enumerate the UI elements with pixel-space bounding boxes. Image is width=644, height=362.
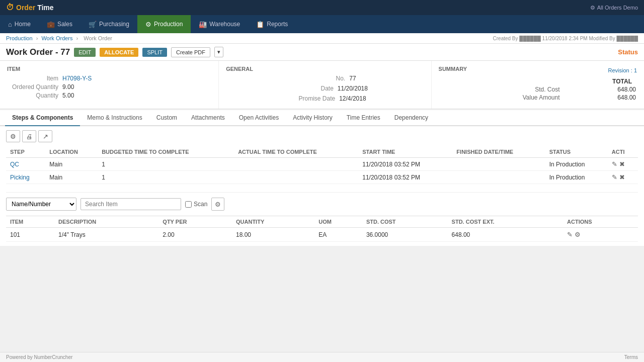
general-date-row: Date 11/20/2018 (282, 85, 368, 92)
nav-warehouse[interactable]: 🏭 Warehouse (191, 15, 248, 33)
comp-settings-icon[interactable]: ⚙ (575, 231, 581, 238)
search-input[interactable] (80, 198, 181, 210)
table-toolbar: ⚙ 🖨 ↗ (6, 130, 638, 142)
purchasing-icon: 🛒 (89, 21, 97, 28)
nav-production-label: Production (154, 21, 183, 28)
step-status: In Production (545, 171, 608, 184)
export-toolbar-button[interactable]: ↗ (38, 130, 52, 142)
cards-row: Item Item H7098-Y-S Ordered Quantity 9.0… (0, 61, 644, 109)
comp-col-description: DESCRIPTION (54, 216, 158, 228)
comp-col-std-cost: STD. COST (362, 216, 448, 228)
logo-order: Order (16, 4, 35, 12)
page-header: Work Order - 77 EDIT ALLOCATE SPLIT Crea… (0, 44, 644, 61)
nav-purchasing[interactable]: 🛒 Purchasing (80, 15, 137, 33)
comp-uom: EA (314, 228, 362, 242)
table-row: Picking Main 1 11/20/2018 03:52 PM In Pr… (6, 171, 638, 184)
tab-attachments[interactable]: Attachments (184, 110, 232, 126)
qty-value: 5.00 (62, 92, 74, 99)
split-button[interactable]: SPLIT (142, 48, 167, 57)
comp-item: 101 (6, 228, 54, 242)
summary-col-total: TOTAL (565, 78, 636, 85)
nav-reports[interactable]: 📋 Reports (248, 15, 296, 33)
scan-label: Scan (185, 201, 207, 208)
nav-home[interactable]: ⌂ Home (0, 15, 39, 33)
nav-home-label: Home (15, 21, 31, 28)
steps-col-actions: ACTI (608, 146, 638, 158)
steps-col-actual: ACTUAL TIME TO COMPLETE (234, 146, 358, 158)
comp-std-cost-ext: 648.00 (448, 228, 563, 242)
comp-description: 1/4" Trays (54, 228, 158, 242)
revision-link[interactable]: Revision : 1 (608, 67, 637, 73)
step-actual (234, 158, 358, 171)
summary-row: Std. Cost648.00 (440, 86, 636, 93)
revision-value: 1 (634, 67, 637, 73)
content-area: ⚙ 🖨 ↗ STEP LOCATION BUDGETED TIME TO COM… (0, 126, 644, 246)
tab-open-activities[interactable]: Open Activities (232, 110, 286, 126)
nav-production[interactable]: ⚙ Production (137, 15, 191, 33)
tab-activity-history[interactable]: Activity History (286, 110, 340, 126)
nav-purchasing-label: Purchasing (99, 21, 129, 28)
search-bar: Name/Number Scan ⚙ (6, 192, 638, 211)
scan-checkbox[interactable] (185, 201, 192, 208)
steps-col-step: STEP (6, 146, 45, 158)
breadcrumb-production[interactable]: Production (6, 35, 33, 41)
component-settings-button[interactable]: ⚙ (211, 198, 224, 211)
breadcrumb-work-orders[interactable]: Work Orders (41, 35, 72, 41)
settings-toolbar-button[interactable]: ⚙ (6, 130, 20, 142)
breadcrumb-current: Work Order (84, 35, 112, 41)
steps-col-finished: FINISHED DATE/TIME (452, 146, 545, 158)
search-type-select[interactable]: Name/Number (6, 198, 76, 211)
item-card: Item Item H7098-Y-S Ordered Quantity 9.0… (0, 61, 219, 109)
steps-col-location: LOCATION (45, 146, 98, 158)
components-table: ITEM DESCRIPTION QTY PER QUANTITY UOM ST… (6, 216, 638, 242)
steps-col-start: START TIME (358, 146, 452, 158)
step-status: In Production (545, 158, 608, 171)
summary-header: Summary Revision : 1 (439, 66, 637, 75)
ordered-qty-label: Ordered Quantity (7, 83, 62, 90)
tab-custom[interactable]: Custom (149, 110, 184, 126)
step-edit-icon[interactable]: ✎ (612, 173, 617, 181)
tab-time-entries[interactable]: Time Entries (340, 110, 387, 126)
step-actions: ✎ ✖ (608, 158, 638, 171)
allocate-button[interactable]: ALLOCATE (100, 48, 138, 57)
general-card-title: General (226, 66, 424, 72)
logo-icon: ⏱ (6, 3, 14, 12)
step-link[interactable]: QC (10, 161, 19, 168)
nav-sales[interactable]: 💼 Sales (39, 15, 80, 33)
step-actions: ✎ ✖ (608, 171, 638, 184)
comp-col-uom: UOM (314, 216, 362, 228)
scan-text: Scan (194, 201, 207, 208)
pdf-dropdown-button[interactable]: ▾ (214, 47, 223, 57)
breadcrumb-sep-1: › (36, 35, 40, 41)
step-finished (452, 158, 545, 171)
step-edit-icon[interactable]: ✎ (612, 160, 617, 168)
breadcrumb-sep-2: › (76, 35, 80, 41)
comp-col-quantity: QUANTITY (232, 216, 314, 228)
comp-edit-icon[interactable]: ✎ (567, 231, 573, 238)
table-row: 101 1/4" Trays 2.00 18.00 EA 36.0000 648… (6, 228, 638, 242)
summary-table: TOTAL Std. Cost648.00Value Amount648.00 (439, 77, 637, 102)
tab-steps-components[interactable]: Steps & Components (5, 110, 80, 126)
general-no-row: No. 77 (294, 75, 356, 82)
main-nav: ⌂ Home 💼 Sales 🛒 Purchasing ⚙ Production… (0, 15, 644, 33)
step-delete-icon[interactable]: ✖ (619, 160, 625, 168)
comp-qty-per: 2.00 (158, 228, 232, 242)
sales-icon: 💼 (47, 21, 55, 28)
print-toolbar-button[interactable]: 🖨 (22, 130, 36, 142)
top-bar-right: ⚙ All Orders Demo (590, 5, 638, 11)
app-logo: ⏱ OrderTime (6, 3, 54, 12)
tab-memo[interactable]: Memo & Instructions (80, 110, 149, 126)
step-delete-icon[interactable]: ✖ (619, 173, 625, 181)
general-date-value: 11/20/2018 (338, 85, 368, 92)
tab-dependency[interactable]: Dependency (387, 110, 435, 126)
general-no-label: No. (294, 75, 349, 82)
qty-label: Quantity (7, 92, 62, 99)
create-pdf-button[interactable]: Create PDF (171, 47, 210, 57)
comp-col-std-cost-ext: STD. COST EXT. (448, 216, 563, 228)
edit-button[interactable]: EDIT (74, 48, 96, 57)
step-link[interactable]: Picking (10, 174, 30, 181)
steps-col-status: STATUS (545, 146, 608, 158)
step-finished (452, 171, 545, 184)
summary-col-label (440, 78, 564, 85)
item-value[interactable]: H7098-Y-S (62, 75, 92, 82)
